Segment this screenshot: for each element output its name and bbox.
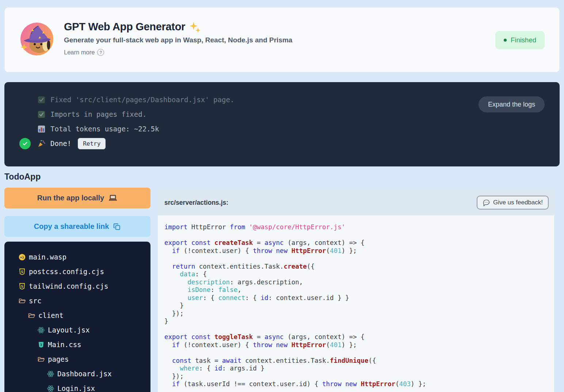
- code-line: }: [164, 318, 554, 326]
- code-line: where: { id: args.id }: [164, 365, 554, 373]
- log-line: Total tokens usage: ~22.5k: [19, 122, 560, 136]
- svg-text:S: S: [21, 270, 23, 274]
- learn-more-link[interactable]: Learn more ?: [64, 49, 104, 56]
- code-content: import HttpError from '@wasp/core/HttpEr…: [158, 215, 554, 392]
- status-badge-label: Finished: [511, 36, 536, 44]
- retry-button[interactable]: Retry: [78, 138, 106, 149]
- check-square-icon: [37, 95, 46, 104]
- app-name: TodoApp: [4, 172, 560, 182]
- code-line: data: {: [164, 270, 554, 278]
- tree-item-layout-jsx[interactable]: Layout.jsx: [4, 323, 150, 337]
- copy-shareable-link-button[interactable]: Copy a shareable link: [4, 216, 150, 237]
- header-card: GPT Web App Generator Generate your full…: [4, 7, 560, 72]
- svg-text:=}: =}: [20, 255, 24, 259]
- code-panel-header: src/server/actions.js: Give us feedback!: [158, 190, 554, 215]
- expand-logs-button[interactable]: Expand the logs: [479, 96, 545, 112]
- header-text: GPT Web App Generator Generate your full…: [64, 21, 292, 56]
- speech-bubble-icon: [483, 199, 490, 207]
- react-icon: [37, 326, 45, 334]
- code-line: return context.entities.Task.create({: [164, 263, 554, 271]
- check-square-icon: [37, 109, 46, 119]
- sparkles-icon: [189, 21, 201, 33]
- log-panel: Fixed 'src/client/pages/Dashboard.jsx' p…: [4, 82, 560, 166]
- react-icon: [46, 384, 55, 392]
- code-line: import HttpError from '@wasp/core/HttpEr…: [164, 223, 554, 231]
- wasp-icon: =}: [18, 253, 26, 261]
- tree-item-label: Dashboard.jsx: [57, 370, 112, 378]
- file-path-label: src/server/actions.js:: [164, 199, 228, 207]
- tree-item-tailwind-config-cjs[interactable]: Stailwind.config.cjs: [4, 279, 150, 293]
- code-panel: src/server/actions.js: Give us feedback!…: [158, 190, 554, 392]
- code-line: const task = await context.entities.Task…: [164, 357, 554, 365]
- status-dot-icon: [504, 39, 507, 42]
- tree-item-dashboard-jsx[interactable]: Dashboard.jsx: [4, 366, 150, 381]
- log-lines: Fixed 'src/client/pages/Dashboard.jsx' p…: [19, 92, 560, 151]
- tree-item-label: tailwind.config.cjs: [29, 282, 108, 290]
- folder-icon: [27, 311, 36, 320]
- laptop-icon: [108, 193, 118, 203]
- react-icon: [46, 369, 55, 378]
- code-line: });: [164, 310, 554, 318]
- log-line: Imports in pages fixed.: [19, 107, 560, 122]
- page-title: GPT Web App Generator: [64, 21, 185, 33]
- folder-icon: [18, 296, 26, 305]
- copy-shareable-link-label: Copy a shareable link: [34, 222, 109, 231]
- code-line: if (task.userId !== context.user.id) { t…: [164, 380, 554, 388]
- feedback-button-label: Give us feedback!: [493, 199, 543, 206]
- code-line: user: { connect: { id: context.user.id }…: [164, 294, 554, 302]
- code-line: description: args.description,: [164, 278, 554, 287]
- tree-item-label: src: [29, 297, 41, 305]
- code-line: [164, 231, 554, 239]
- tree-item-postcss-config-cjs[interactable]: Spostcss.config.cjs: [4, 264, 150, 279]
- tree-item-label: client: [38, 311, 64, 319]
- code-line: export const toggleTask = async (args, c…: [164, 333, 554, 341]
- log-line: Done!Retry: [19, 136, 560, 151]
- jsfile-icon: S: [18, 267, 26, 276]
- tree-item-pages[interactable]: pages: [4, 352, 150, 366]
- feedback-button[interactable]: Give us feedback!: [477, 196, 549, 210]
- tree-item-main-wasp[interactable]: =}main.wasp: [4, 250, 150, 264]
- svg-text:S: S: [21, 285, 23, 288]
- code-line: [164, 326, 554, 334]
- success-check-icon: [19, 138, 31, 149]
- code-line: });: [164, 373, 554, 381]
- svg-text:3: 3: [40, 343, 42, 347]
- cssfile-icon: 3: [37, 340, 45, 349]
- page-subtitle: Generate your full-stack web app in Wasp…: [64, 36, 292, 44]
- code-line: if (!context.user) { throw new HttpError…: [164, 341, 554, 349]
- log-line-gutter: [19, 138, 37, 149]
- tree-item-label: postcss.config.cjs: [29, 268, 104, 276]
- jsfile-icon: S: [18, 282, 26, 291]
- tree-item-label: main.wasp: [29, 253, 66, 261]
- tree-item-login-jsx[interactable]: Login.jsx: [4, 381, 150, 392]
- code-line: if (!context.user) { throw new HttpError…: [164, 247, 554, 255]
- copy-icon: [113, 223, 121, 231]
- log-text: Done!: [50, 139, 71, 147]
- code-line: [164, 349, 554, 357]
- tree-item-label: Login.jsx: [57, 384, 95, 392]
- run-app-locally-button[interactable]: Run the app locally: [4, 188, 150, 208]
- tree-item-label: Layout.jsx: [48, 326, 89, 334]
- tree-item-client[interactable]: client: [4, 308, 150, 323]
- main-columns: Run the app locally Copy a shareable lin…: [4, 188, 560, 392]
- log-text: Fixed 'src/client/pages/Dashboard.jsx' p…: [50, 96, 234, 104]
- tree-item-main-css[interactable]: 3Main.css: [4, 337, 150, 352]
- bar-chart-icon: [37, 124, 46, 134]
- folder-icon: [37, 355, 45, 364]
- log-text: Imports in pages fixed.: [50, 110, 146, 118]
- party-popper-icon: [37, 139, 46, 148]
- learn-more-label: Learn more: [64, 49, 95, 56]
- page: GPT Web App Generator Generate your full…: [0, 0, 564, 392]
- help-icon: ?: [97, 49, 104, 56]
- file-tree: =}main.waspSpostcss.config.cjsStailwind.…: [4, 242, 150, 392]
- wasp-mascot-logo: [19, 22, 54, 57]
- run-app-locally-label: Run the app locally: [37, 194, 104, 202]
- log-text: Total tokens usage: ~22.5k: [50, 125, 159, 133]
- code-line: export const createTask = async (args, c…: [164, 239, 554, 247]
- code-line: [164, 255, 554, 263]
- code-line: isDone: false,: [164, 286, 554, 294]
- tree-item-label: Main.css: [48, 341, 81, 349]
- left-column: Run the app locally Copy a shareable lin…: [4, 188, 150, 392]
- tree-item-src[interactable]: src: [4, 293, 150, 308]
- tree-item-label: pages: [48, 355, 69, 363]
